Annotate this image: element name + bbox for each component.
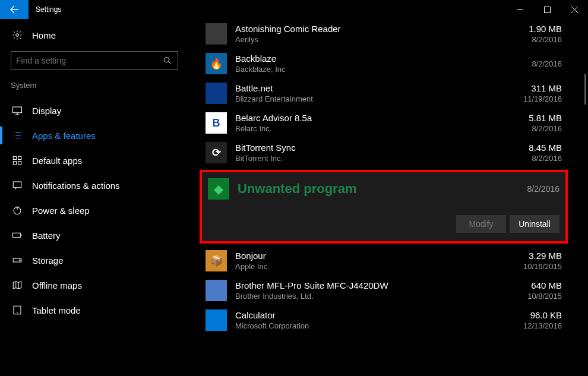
app-name: Brother MFL-Pro Suite MFC-J4420DW (235, 280, 494, 291)
sidebar-category: System (11, 81, 190, 90)
app-size: 3.29 MB (502, 251, 562, 261)
power-icon (12, 205, 23, 216)
app-name: Astonishing Comic Reader (235, 24, 494, 34)
monitor-icon (12, 105, 23, 116)
app-row[interactable]: Battle.netBlizzard Entertainment311 MB11… (200, 78, 568, 108)
app-date: 8/2/2016 (502, 34, 562, 45)
sidebar-item-display[interactable]: Display (11, 98, 190, 123)
svg-rect-11 (13, 258, 21, 262)
selected-app-panel[interactable]: Unwanted program 8/2/2016 Modify Uninsta… (202, 172, 565, 241)
scrollbar-thumb[interactable] (584, 74, 586, 105)
sidebar-item-label: Battery (32, 230, 61, 241)
app-row[interactable]: CalculatorMicrosoft Corporation96.0 KB12… (200, 305, 568, 335)
sidebar-item-default-apps[interactable]: Default apps (11, 148, 190, 173)
maximize-button[interactable] (533, 0, 561, 19)
app-publisher: BitTorrent Inc. (235, 153, 494, 163)
app-row[interactable]: ⟳BitTorrent SyncBitTorrent Inc.8.45 MB8/… (200, 138, 568, 168)
app-size: 8.45 MB (502, 143, 562, 153)
svg-rect-3 (13, 107, 22, 113)
sidebar-item-battery[interactable]: Battery (11, 223, 190, 248)
search-input[interactable] (16, 56, 162, 65)
home-label: Home (32, 30, 56, 40)
app-row[interactable]: 🔥BackblazeBackblaze, Inc8/2/2016 (200, 49, 568, 78)
svg-rect-10 (13, 233, 21, 238)
tablet-icon (12, 305, 23, 315)
sidebar-item-label: Power & sleep (32, 206, 90, 216)
message-icon (12, 180, 23, 191)
app-row[interactable]: Astonishing Comic ReaderAerilys1.90 MB8/… (200, 19, 568, 49)
app-date: 8/2/2016 (502, 124, 562, 134)
svg-point-1 (16, 34, 19, 37)
minimize-button[interactable] (506, 0, 533, 19)
sidebar-item-label: Default apps (32, 156, 82, 166)
app-name: Calculator (235, 310, 494, 321)
selected-app-date: 8/2/2016 (527, 184, 560, 194)
app-name: Belarc Advisor 8.5a (235, 113, 494, 124)
app-date: 8/2/2016 (502, 153, 562, 163)
app-icon (206, 23, 227, 45)
app-icon (206, 83, 227, 104)
svg-rect-7 (18, 162, 21, 165)
sidebar-home[interactable]: Home (11, 30, 190, 40)
sidebar-item-label: Offline maps (32, 280, 82, 290)
app-icon: 📦 (206, 250, 227, 271)
app-publisher: Blizzard Entertainment (235, 94, 494, 104)
selected-app-name: Unwanted program (238, 181, 519, 197)
app-publisher: Belarc Inc. (235, 124, 494, 134)
sidebar-item-label: Notifications & actions (32, 181, 120, 191)
svg-rect-4 (13, 156, 16, 159)
search-icon (162, 55, 173, 66)
settings-search[interactable] (11, 51, 178, 70)
app-date: 8/2/2016 (502, 59, 562, 69)
list-icon (12, 130, 23, 141)
app-icon (208, 178, 229, 200)
sidebar-item-storage[interactable]: Storage (11, 248, 190, 273)
app-row[interactable]: BBelarc Advisor 8.5aBelarc Inc.5.81 MB8/… (200, 108, 568, 138)
svg-point-12 (20, 260, 21, 261)
app-publisher: Microsoft Corporation (235, 321, 494, 331)
uninstall-button[interactable]: Uninstall (510, 215, 559, 233)
app-date: 12/13/2016 (502, 321, 562, 331)
sidebar-item-tablet-mode[interactable]: Tablet mode (11, 298, 190, 323)
sidebar-item-notifications[interactable]: Notifications & actions (11, 173, 190, 198)
sidebar-item-apps-features[interactable]: Apps & features (11, 123, 190, 148)
settings-sidebar: Home System Display Apps & features Defa… (0, 19, 190, 376)
sidebar-item-label: Storage (32, 255, 64, 266)
apps-features-content: Astonishing Comic ReaderAerilys1.90 MB8/… (190, 19, 588, 376)
app-icon: B (206, 112, 227, 134)
back-button[interactable] (0, 0, 29, 19)
sidebar-item-offline-maps[interactable]: Offline maps (11, 273, 190, 298)
svg-rect-5 (18, 156, 21, 159)
drive-icon (12, 255, 23, 266)
svg-rect-6 (13, 162, 16, 165)
svg-rect-8 (13, 182, 21, 188)
gear-icon (12, 30, 23, 40)
app-name: Bonjour (235, 251, 494, 261)
app-publisher: Brother Industries, Ltd. (235, 291, 494, 301)
app-size: 311 MB (502, 83, 562, 94)
app-name: Battle.net (235, 83, 494, 94)
sidebar-item-label: Display (32, 106, 61, 116)
app-icon (206, 309, 227, 331)
highlight-border: Unwanted program 8/2/2016 Modify Uninsta… (200, 170, 568, 244)
app-date: 11/19/2016 (502, 94, 562, 104)
app-row[interactable]: 📦BonjourApple Inc.3.29 MB10/16/2015 (200, 246, 568, 276)
sidebar-item-power-sleep[interactable]: Power & sleep (11, 198, 190, 223)
svg-rect-0 (544, 7, 550, 12)
app-size: 5.81 MB (502, 113, 562, 124)
app-size: 96.0 KB (502, 310, 562, 321)
app-icon (206, 280, 227, 301)
window-title: Settings (29, 0, 506, 19)
sidebar-item-label: Tablet mode (32, 305, 81, 315)
app-name: BitTorrent Sync (235, 143, 494, 153)
modify-button: Modify (456, 215, 506, 233)
app-date: 10/8/2015 (502, 291, 562, 301)
close-button[interactable] (561, 0, 588, 19)
app-icon: 🔥 (206, 53, 227, 74)
app-icon: ⟳ (206, 142, 227, 163)
app-publisher: Backblaze, Inc (235, 64, 494, 74)
app-row[interactable]: Brother MFL-Pro Suite MFC-J4420DWBrother… (200, 276, 568, 305)
sidebar-item-label: Apps & features (32, 131, 96, 141)
app-size: 1.90 MB (502, 24, 562, 34)
app-publisher: Aerilys (235, 34, 494, 45)
